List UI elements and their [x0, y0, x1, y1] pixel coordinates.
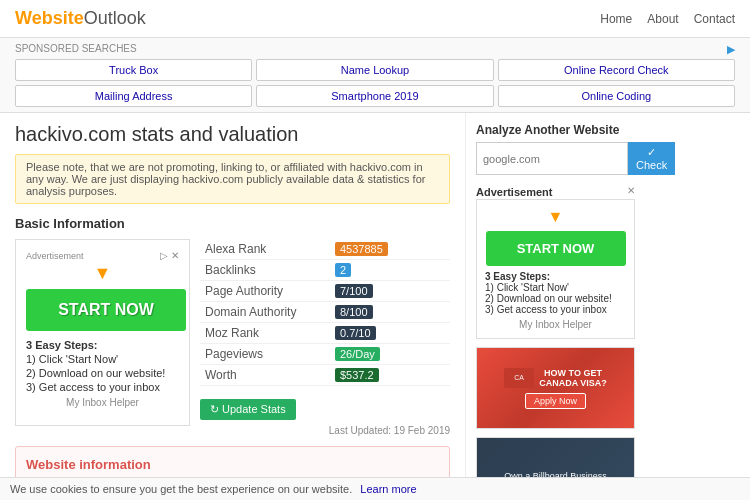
stat-label: Alexa Rank — [200, 239, 330, 260]
sponsored-links: Truck Box Name Lookup Online Record Chec… — [15, 59, 735, 107]
ad-label-left: Advertisement — [26, 251, 84, 261]
stat-value: $537.2 — [335, 368, 379, 382]
cookie-learn-more-link[interactable]: Learn more — [360, 483, 416, 495]
step-4: 3) Get access to your inbox — [26, 381, 179, 393]
sidebar: Analyze Another Website ✓ Check Advertis… — [465, 113, 645, 500]
step-2: 1) Click 'Start Now' — [26, 353, 179, 365]
sidebar-start-now-button[interactable]: START NOW — [486, 231, 626, 266]
sidebar-step-2: 2) Download on our website! — [485, 293, 626, 304]
analyze-input[interactable] — [476, 142, 628, 175]
stat-value: 0.7/10 — [335, 326, 376, 340]
ad-close-icon[interactable]: ✕ — [171, 250, 179, 261]
advertisement-label: Advertisement ✕ — [476, 185, 635, 199]
stat-value: 7/100 — [335, 284, 373, 298]
stats-table: Alexa Rank 4537885 Backlinks 2 Page Auth… — [200, 239, 450, 386]
stat-value: 2 — [335, 263, 351, 277]
ad-x-icon[interactable]: ✕ — [627, 185, 635, 196]
sidebar-steps: 3 Easy Steps: 1) Click 'Start Now' 2) Do… — [485, 271, 626, 315]
table-row: Backlinks 2 — [200, 260, 450, 281]
ad-expand-icon[interactable]: ▷ — [160, 250, 168, 261]
apply-now-button[interactable]: Apply Now — [525, 393, 586, 409]
table-row: Domain Authority 8/100 — [200, 302, 450, 323]
start-now-button[interactable]: START NOW — [26, 289, 186, 331]
step-1: 3 Easy Steps: — [26, 339, 179, 351]
sidebar-step-1: 1) Click 'Start Now' — [485, 282, 626, 293]
stat-value: 8/100 — [335, 305, 373, 319]
cookie-text: We use cookies to ensure you get the bes… — [10, 483, 352, 495]
sponsored-link-4[interactable]: Mailing Address — [15, 85, 252, 107]
arrow-down-icon: ▼ — [26, 263, 179, 284]
stat-label: Moz Rank — [200, 323, 330, 344]
header: WebsiteOutlook Home About Contact — [0, 0, 750, 38]
stat-label: Worth — [200, 365, 330, 386]
table-row: Pageviews 26/Day — [200, 344, 450, 365]
nav: Home About Contact — [600, 12, 735, 26]
ad-box: Advertisement ▷ ✕ ▼ START NOW 3 Easy Ste… — [15, 239, 190, 426]
ad-controls: ▷ ✕ — [160, 250, 179, 261]
sidebar-ad-box: ▼ START NOW 3 Easy Steps: 1) Click 'Star… — [476, 199, 635, 339]
cookie-bar: We use cookies to ensure you get the bes… — [0, 477, 750, 500]
my-inbox: My Inbox Helper — [26, 397, 179, 408]
page-title: hackivo.com stats and valuation — [15, 123, 450, 146]
analyze-box: Analyze Another Website ✓ Check — [476, 123, 635, 175]
basic-info-title: Basic Information — [15, 216, 450, 231]
logo[interactable]: WebsiteOutlook — [15, 8, 146, 29]
sidebar-arrow-icon: ▼ — [485, 208, 626, 226]
nav-about[interactable]: About — [647, 12, 678, 26]
nav-contact[interactable]: Contact — [694, 12, 735, 26]
stat-value: 4537885 — [335, 242, 388, 256]
canada-flag: CA — [504, 368, 534, 388]
sidebar-step-3: 3) Get access to your inbox — [485, 304, 626, 315]
stat-label: Pageviews — [200, 344, 330, 365]
sponsored-link-5[interactable]: Smartphone 2019 — [256, 85, 493, 107]
sidebar-my-inbox: My Inbox Helper — [485, 319, 626, 330]
update-stats-button[interactable]: ↻ Update Stats — [200, 399, 296, 420]
stat-label: Backlinks — [200, 260, 330, 281]
content-area: hackivo.com stats and valuation Please n… — [0, 113, 465, 500]
ads-icon: ▶ — [727, 43, 735, 56]
sponsored-label: SPONSORED SEARCHES ▶ — [15, 43, 735, 56]
sponsored-link-1[interactable]: Truck Box — [15, 59, 252, 81]
table-row: Page Authority 7/100 — [200, 281, 450, 302]
sponsored-link-2[interactable]: Name Lookup — [256, 59, 493, 81]
table-row: Moz Rank 0.7/10 — [200, 323, 450, 344]
stat-label: Page Authority — [200, 281, 330, 302]
canada-visa-banner[interactable]: CA HOW TO GET CANADA VISA? Apply Now — [476, 347, 635, 429]
canada-banner-content: CA HOW TO GET CANADA VISA? Apply Now — [477, 348, 634, 428]
analyze-input-row: ✓ Check — [476, 142, 635, 175]
main-container: hackivo.com stats and valuation Please n… — [0, 113, 750, 500]
banner-subtitle: CANADA VISA? — [539, 378, 607, 388]
steps: 3 Easy Steps: 1) Click 'Start Now' 2) Do… — [26, 339, 179, 393]
last-updated: Last Updated: 19 Feb 2019 — [200, 425, 450, 436]
table-row: Worth $537.2 — [200, 365, 450, 386]
logo-highlight: Website — [15, 8, 84, 28]
website-info-title: Website information — [26, 457, 439, 472]
step-3: 2) Download on our website! — [26, 367, 179, 379]
stat-value: 26/Day — [335, 347, 380, 361]
analyze-title: Analyze Another Website — [476, 123, 635, 137]
sponsored-link-3[interactable]: Online Record Check — [498, 59, 735, 81]
banner-title: HOW TO GET — [539, 368, 607, 378]
sponsored-bar: SPONSORED SEARCHES ▶ Truck Box Name Look… — [0, 38, 750, 113]
notice: Please note, that we are not promoting, … — [15, 154, 450, 204]
nav-home[interactable]: Home — [600, 12, 632, 26]
sponsored-link-6[interactable]: Online Coding — [498, 85, 735, 107]
stat-label: Domain Authority — [200, 302, 330, 323]
table-row: Alexa Rank 4537885 — [200, 239, 450, 260]
check-button[interactable]: ✓ Check — [628, 142, 675, 175]
stats-section: Alexa Rank 4537885 Backlinks 2 Page Auth… — [200, 239, 450, 436]
